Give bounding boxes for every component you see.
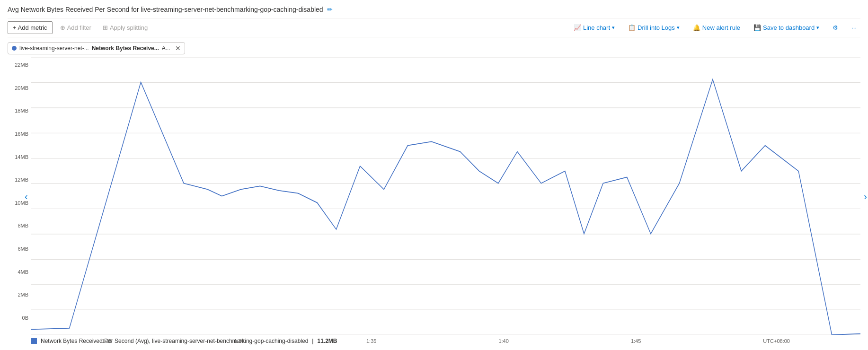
x-label-125: 1:25 xyxy=(102,338,112,344)
logs-icon: 📋 xyxy=(628,24,636,31)
add-filter-button[interactable]: ⊕ Add filter xyxy=(56,22,95,33)
toolbar-right: 📈 Line chart ▾ 📋 Drill into Logs ▾ 🔔 New… xyxy=(570,22,860,33)
y-label-2mb: 2MB xyxy=(18,292,28,298)
x-label-135: 1:35 xyxy=(366,338,376,344)
line-chart-button[interactable]: 📈 Line chart ▾ xyxy=(570,22,619,33)
y-label-0b: 0B xyxy=(22,315,28,321)
x-label-145: 1:45 xyxy=(631,338,641,344)
chart-nav-right-button[interactable]: › xyxy=(864,191,867,201)
y-label-20mb: 20MB xyxy=(15,85,28,91)
y-label-18mb: 18MB xyxy=(15,108,28,114)
metric-name: Network Bytes Receive... xyxy=(92,45,159,52)
x-label-130: 1:30 xyxy=(234,338,244,344)
toolbar: + Add metric ⊕ Add filter ⊞ Apply splitt… xyxy=(8,18,860,37)
chart-title: Avg Network Bytes Received Per Second fo… xyxy=(8,6,323,13)
y-label-22mb: 22MB xyxy=(15,62,28,68)
chevron-down-icon: ▾ xyxy=(612,25,615,31)
y-label-14mb: 14MB xyxy=(15,154,28,160)
chevron-down-icon-3: ▾ xyxy=(816,25,819,31)
chevron-down-icon-2: ▾ xyxy=(677,25,680,31)
line-chart-icon: 📈 xyxy=(574,24,581,31)
metric-resource: live-streaming-server-net-... xyxy=(19,45,89,52)
edit-icon[interactable]: ✏ xyxy=(327,6,333,13)
alert-icon: 🔔 xyxy=(693,24,700,31)
chart-svg xyxy=(31,57,860,335)
title-row: Avg Network Bytes Received Per Second fo… xyxy=(8,6,860,13)
new-alert-button[interactable]: 🔔 New alert rule xyxy=(689,22,744,33)
more-options-button[interactable]: ··· xyxy=(848,22,860,33)
settings-button[interactable]: ⚙ xyxy=(829,22,842,33)
x-axis: 1:25 1:30 1:35 1:40 1:45 UTC+08:00 xyxy=(31,336,860,344)
ellipsis-icon: ··· xyxy=(851,24,857,31)
y-label-12mb: 12MB xyxy=(15,177,28,183)
metric-color-dot xyxy=(12,46,17,51)
y-label-16mb: 16MB xyxy=(15,131,28,137)
add-metric-button[interactable]: + Add metric xyxy=(8,21,53,34)
metric-aggregation: A... xyxy=(162,45,170,52)
y-label-8mb: 8MB xyxy=(18,223,28,228)
save-to-dashboard-button[interactable]: 💾 Save to dashboard ▾ xyxy=(750,22,823,33)
gear-icon: ⚙ xyxy=(833,24,838,31)
chart-inner: ‹ › xyxy=(31,57,860,335)
filter-icon: ⊕ xyxy=(60,24,65,31)
drill-into-logs-button[interactable]: 📋 Drill into Logs ▾ xyxy=(624,22,683,33)
apply-splitting-button[interactable]: ⊞ Apply splitting xyxy=(99,22,151,33)
remove-metric-button[interactable]: ✕ xyxy=(175,44,181,52)
chart-area: 22MB 20MB 18MB 16MB 14MB 12MB 10MB 8MB 6… xyxy=(8,57,860,335)
metric-pills-row: live-streaming-server-net-... Network By… xyxy=(8,42,860,54)
main-container: Avg Network Bytes Received Per Second fo… xyxy=(0,0,868,350)
chart-nav-left-button[interactable]: ‹ xyxy=(25,191,28,201)
save-icon: 💾 xyxy=(753,24,761,31)
y-label-4mb: 4MB xyxy=(18,269,28,275)
metric-pill: live-streaming-server-net-... Network By… xyxy=(8,42,185,54)
chart-polyline xyxy=(31,79,860,335)
toolbar-left: + Add metric ⊕ Add filter ⊞ Apply splitt… xyxy=(8,21,151,34)
y-label-6mb: 6MB xyxy=(18,246,28,252)
utc-label: UTC+08:00 xyxy=(763,338,790,344)
x-label-140: 1:40 xyxy=(498,338,508,344)
split-icon: ⊞ xyxy=(103,24,108,31)
